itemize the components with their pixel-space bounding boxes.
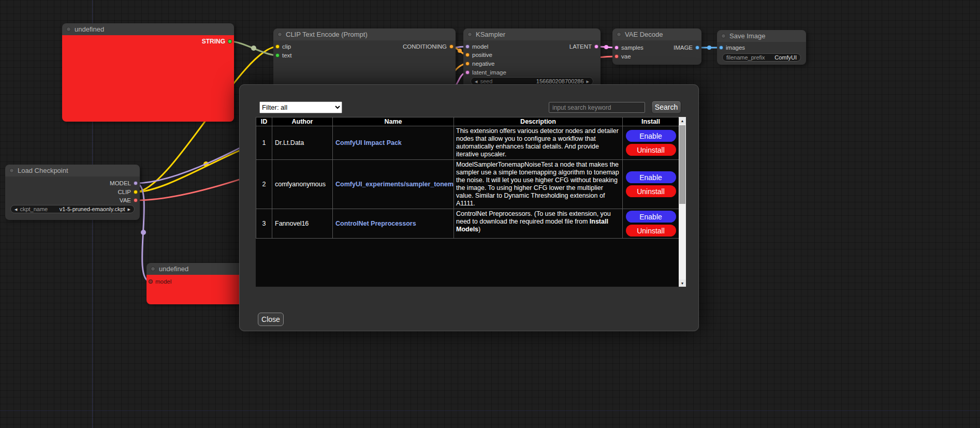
output-port-image[interactable]: IMAGE (674, 44, 699, 51)
image-port-dot[interactable] (695, 46, 699, 50)
input-port-negative[interactable]: negative (465, 60, 494, 67)
clip-port-dot[interactable] (134, 190, 138, 194)
input-port-samples[interactable]: samples (615, 44, 643, 51)
header-install: Install (623, 117, 679, 126)
samples-port-dot[interactable] (615, 46, 619, 50)
input-port-images[interactable]: images (719, 44, 745, 51)
input-port-vae[interactable]: vae (615, 53, 631, 60)
filename-prefix-widget[interactable]: filename_prefix ComfyUI (722, 53, 801, 62)
output-port-vae[interactable]: VAE (120, 197, 138, 204)
node-undefined-top[interactable]: undefined STRING (62, 23, 234, 122)
port-label: CLIP (118, 189, 131, 195)
ext-name-link[interactable]: ComfyUI_experiments/sampler_tonemap (335, 181, 454, 188)
output-port-clip[interactable]: CLIP (118, 188, 138, 196)
images-port-dot[interactable] (719, 46, 723, 50)
collapse-dot-icon[interactable] (277, 32, 282, 37)
uninstall-button[interactable]: Uninstall (626, 185, 676, 197)
enable-button[interactable]: Enable (626, 211, 676, 223)
ext-id: 1 (256, 126, 272, 160)
ext-id: 2 (256, 160, 272, 209)
collapse-dot-icon[interactable] (9, 168, 14, 173)
table-row: 1 Dr.Lt.Data ComfyUI Impact Pack This ex… (256, 126, 679, 160)
input-port-latent-image[interactable]: latent_image (465, 69, 506, 76)
node-title-bar[interactable]: undefined (62, 23, 234, 35)
node-title-bar[interactable]: CLIP Text Encode (Prompt) (273, 28, 456, 40)
input-port-text[interactable]: text (275, 52, 292, 59)
node-title-bar[interactable]: VAE Decode (612, 28, 701, 40)
node-save-image[interactable]: Save Image images filename_prefix ComfyU… (717, 30, 806, 65)
decrement-arrow-icon[interactable]: ◀ (475, 80, 477, 83)
collapse-dot-icon[interactable] (467, 32, 472, 37)
port-label: CONDITIONING (403, 43, 447, 50)
filename-prefix-label: filename_prefix (726, 54, 765, 61)
scroll-down-icon[interactable]: ▼ (679, 279, 686, 287)
text-port-dot[interactable] (275, 53, 280, 57)
node-undefined-bottom[interactable]: undefined model (147, 263, 250, 304)
ext-author: Dr.Lt.Data (272, 126, 333, 160)
model-port-dot[interactable] (465, 45, 470, 49)
output-port-string[interactable]: STRING (202, 38, 232, 45)
ext-description: This extension offers various detector n… (454, 126, 623, 160)
node-title: Save Image (729, 32, 765, 40)
node-title: undefined (159, 265, 188, 273)
table-scrollbar[interactable]: ▲ ▼ (679, 117, 686, 287)
node-load-checkpoint[interactable]: Load Checkpoint MODEL CLIP VAE ◀ ckpt_na… (5, 165, 140, 220)
input-port-clip[interactable]: clip (275, 43, 291, 50)
scroll-up-icon[interactable]: ▲ (679, 117, 686, 124)
uninstall-button[interactable]: Uninstall (626, 225, 676, 237)
conditioning-port-dot[interactable] (449, 45, 454, 49)
ext-description: ControlNet Preprocessors. (To use this e… (454, 209, 623, 239)
input-port-model[interactable]: model (465, 43, 488, 50)
prev-arrow-icon[interactable]: ◀ (14, 208, 17, 211)
output-port-conditioning[interactable]: CONDITIONING (403, 43, 454, 50)
seed-widget-value: 156680208700286 (536, 78, 584, 84)
collapse-dot-icon[interactable] (617, 32, 621, 37)
next-arrow-icon[interactable]: ▶ (128, 208, 130, 211)
model-port-dot[interactable] (149, 279, 153, 284)
vae-port-dot[interactable] (134, 198, 138, 202)
input-port-positive[interactable]: positive (465, 51, 492, 58)
collapse-dot-icon[interactable] (721, 34, 726, 38)
output-port-model[interactable]: MODEL (110, 180, 138, 187)
ext-description: ModelSamplerTonemapNoiseTest a node that… (454, 160, 623, 209)
port-label: text (282, 52, 292, 58)
ext-name-link[interactable]: ComfyUI Impact Pack (335, 139, 402, 146)
node-body-error (62, 35, 234, 122)
port-label: LATENT (569, 43, 592, 50)
wire-midpoint-dot-image (707, 46, 711, 50)
ext-name-link[interactable]: ControlNet Preprocessors (335, 220, 416, 227)
node-vae-decode[interactable]: VAE Decode samples vae IMAGE (612, 28, 701, 65)
extensions-table-container: ID Author Name Description Install 1 Dr.… (256, 117, 686, 287)
ext-author: comfyanonymous (272, 160, 333, 209)
uninstall-button[interactable]: Uninstall (626, 144, 676, 156)
latent-port-dot[interactable] (594, 45, 598, 49)
node-title-bar[interactable]: Load Checkpoint (5, 165, 140, 176)
table-row: 3 Fannovel16 ControlNet Preprocessors Co… (256, 209, 679, 239)
vae-port-dot[interactable] (615, 54, 619, 58)
scrollbar-thumb[interactable] (679, 125, 685, 204)
output-port-latent[interactable]: LATENT (569, 43, 598, 50)
node-title-bar[interactable]: KSampler (463, 28, 601, 40)
enable-button[interactable]: Enable (626, 130, 676, 142)
collapse-dot-icon[interactable] (66, 27, 71, 32)
search-input[interactable] (549, 102, 645, 113)
search-button[interactable]: Search (651, 100, 681, 114)
header-author: Author (272, 117, 333, 126)
filter-select[interactable]: Filter: all (259, 101, 342, 113)
collapse-dot-icon[interactable] (151, 267, 155, 271)
enable-button[interactable]: Enable (626, 171, 676, 183)
node-title-bar[interactable]: undefined (147, 263, 250, 275)
port-label: clip (282, 43, 291, 50)
node-title-bar[interactable]: Save Image (717, 30, 806, 42)
node-title: undefined (75, 25, 104, 33)
model-port-dot[interactable] (134, 181, 138, 185)
negative-port-dot[interactable] (465, 62, 470, 66)
input-port-model[interactable]: model (149, 278, 171, 285)
ckpt-name-widget[interactable]: ◀ ckpt_name v1-5-pruned-emaonly.ckpt ▶ (10, 205, 135, 213)
clip-port-dot[interactable] (275, 45, 280, 49)
string-port-dot[interactable] (228, 39, 232, 43)
latent-image-port-dot[interactable] (465, 70, 470, 75)
close-button[interactable]: Close (258, 313, 284, 326)
positive-port-dot[interactable] (465, 53, 470, 57)
increment-arrow-icon[interactable]: ▶ (587, 80, 589, 83)
